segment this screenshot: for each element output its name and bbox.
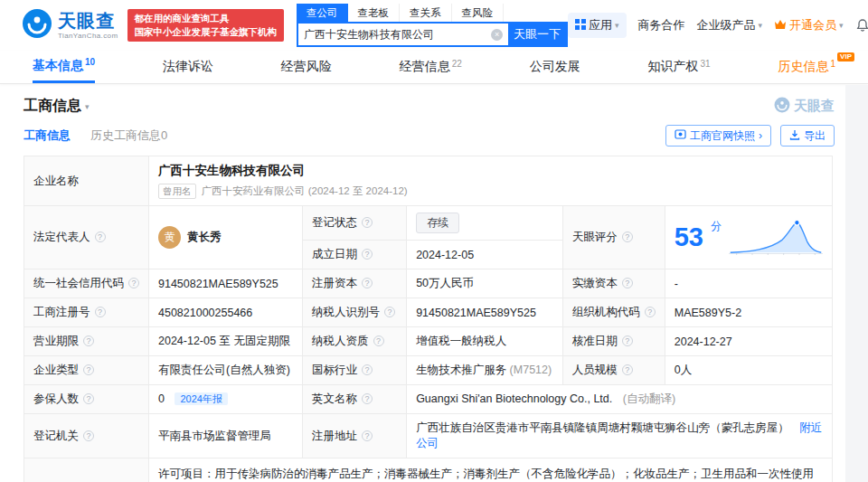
section-title: 工商信息 ▾ — [24, 97, 90, 116]
score-label: 天眼评分 — [572, 231, 618, 243]
staff-size-value: 0人 — [675, 364, 692, 376]
industry-code: (M7512) — [506, 364, 552, 376]
section-header: 工商信息 ▾ 天眼查 — [13, 90, 844, 119]
credit-code-label: 统一社会信用代码 — [33, 277, 124, 289]
help-icon[interactable]: ? — [83, 430, 94, 441]
taxpayer-id-value: 91450821MAE589Y525 — [416, 307, 536, 319]
help-icon[interactable]: ? — [622, 364, 633, 375]
export-button[interactable]: 导出 — [780, 125, 835, 146]
help-icon[interactable]: ? — [83, 364, 94, 375]
business-info-table: 企业名称 广西十安生物科技有限公司 曾用名 广西十安药业有限公司 (2024-1… — [24, 156, 833, 482]
table-row: 法定代表人? 黄 黄长秀 登记状态? 存续 天眼评分? 53 分 — [24, 206, 833, 241]
tab-history-info[interactable]: 历史信息1VIP — [778, 51, 835, 83]
help-icon[interactable]: ? — [83, 336, 94, 346]
table-row: 参保人数? 0 2024年报 英文名称? Guangxi Shi'an Biot… — [24, 385, 833, 414]
insured-label: 参保人数 — [33, 392, 79, 405]
established-label: 成立日期 — [312, 248, 357, 260]
authority-label: 登记机关 — [33, 430, 79, 442]
org-code-value: MAE589Y5-2 — [675, 307, 741, 319]
clear-icon[interactable]: × — [491, 29, 503, 41]
tab-business-info[interactable]: 经营信息22 — [400, 51, 462, 83]
search-tab-boss[interactable]: 查老板 — [348, 4, 401, 22]
vip-label: 开通会员 — [789, 17, 836, 33]
chevron-down-icon: ▾ — [759, 21, 763, 30]
enterprise-label: 企业级产品 — [697, 17, 756, 33]
enterprise-menu[interactable]: 企业级产品 ▾ — [697, 17, 763, 33]
tab-company-development[interactable]: 公司发展 — [530, 51, 580, 83]
legal-rep-avatar[interactable]: 黄 — [158, 226, 181, 249]
brand-name: 天眼查 — [58, 12, 118, 30]
tab-basic-info[interactable]: 基本信息10 — [33, 51, 95, 83]
subtab-business-info[interactable]: 工商信息 — [24, 128, 71, 144]
search-input[interactable] — [298, 28, 491, 41]
search-tab-relation[interactable]: 查关系 — [400, 4, 452, 22]
search-tab-risk[interactable]: 查风险 — [452, 4, 505, 22]
english-name-label: 英文名称 — [312, 392, 357, 405]
credit-code-value: 91450821MAE589Y525 — [158, 278, 278, 290]
search-tabs: 查公司 查老板 查关系 查风险 — [297, 4, 568, 22]
help-icon[interactable]: ? — [83, 393, 94, 404]
tab-legal-proceedings[interactable]: 法律诉讼 — [163, 51, 213, 83]
help-icon[interactable]: ? — [362, 393, 373, 404]
chevron-down-icon[interactable]: ▾ — [85, 102, 90, 111]
taxpayer-quality-label: 纳税人资质 — [312, 335, 369, 347]
cooperation-link[interactable]: 商务合作 — [638, 17, 685, 33]
notification-bell-icon[interactable] — [855, 18, 868, 33]
reg-no-value: 450821000255466 — [158, 307, 252, 319]
cooperation-label: 商务合作 — [638, 17, 685, 33]
former-name-link[interactable]: 广西十安药业有限公司 (2024-12 至 2024-12) — [202, 184, 408, 198]
english-name-value: Guangxi Shi'an Biotechnology Co., Ltd. — [416, 392, 612, 405]
paid-capital-label: 实缴资本 — [572, 277, 618, 289]
tab-intellectual-property[interactable]: 知识产权31 — [647, 51, 710, 83]
brand-domain: TianYanCha.com — [58, 33, 118, 40]
table-row: 企业类型? 有限责任公司(自然人独资) 国标行业? 生物技术推广服务 (M751… — [24, 356, 833, 385]
taxpayer-quality-value: 增值税一般纳税人 — [416, 335, 506, 347]
legal-rep-name[interactable]: 黄长秀 — [187, 230, 222, 245]
vip-menu[interactable]: 开通会员 ▾ — [774, 17, 844, 33]
help-icon[interactable]: ? — [362, 217, 373, 228]
company-name-label: 企业名称 — [33, 175, 79, 187]
help-icon[interactable]: ? — [95, 232, 106, 242]
subtab-history-business-info[interactable]: 历史工商信息0 — [90, 128, 167, 144]
page-gutter — [845, 85, 868, 482]
english-name-note: (自动翻译) — [623, 392, 675, 405]
tab-operating-risk[interactable]: 经营风险 — [281, 51, 332, 83]
help-icon[interactable]: ? — [384, 307, 395, 317]
taxpayer-id-label: 纳税人识别号 — [312, 306, 380, 318]
score-curve-chart — [729, 216, 823, 259]
apps-menu[interactable]: 应用 ▾ — [568, 13, 627, 38]
annual-report-badge[interactable]: 2024年报 — [175, 392, 227, 405]
search-button[interactable]: 天眼一下 — [508, 24, 566, 45]
org-code-label: 组织机构代码 — [572, 306, 640, 318]
top-header: 天眼查 TianYanCha.com 都在用的商业查询工具 国家中小企业发展子基… — [0, 0, 868, 51]
help-icon[interactable]: ? — [622, 232, 633, 242]
help-icon[interactable]: ? — [362, 249, 373, 260]
help-icon[interactable]: ? — [362, 430, 373, 441]
promo-banner: 都在用的商业查询工具 国家中小企业发展子基金旗下机构 — [127, 9, 285, 42]
search-box: × 天眼一下 — [297, 22, 568, 47]
apps-label: 应用 — [589, 17, 612, 33]
tianyan-score[interactable]: 53 分 — [675, 216, 823, 259]
help-icon[interactable]: ? — [362, 364, 373, 375]
help-icon[interactable]: ? — [645, 307, 656, 317]
legal-rep-label: 法定代表人 — [33, 231, 90, 243]
help-icon[interactable]: ? — [622, 336, 633, 346]
help-icon[interactable]: ? — [373, 336, 384, 346]
tianyancha-logo[interactable]: 天眼查 TianYanCha.com — [22, 8, 118, 43]
official-snapshot-button[interactable]: 工商官网快照 › — [665, 125, 771, 146]
arrow-right-icon: › — [759, 129, 762, 142]
help-icon[interactable]: ? — [95, 307, 106, 317]
business-scope-value: 许可项目：用于传染病防治的消毒产品生产；消毒器械生产；消毒剂生产（不含危险化学品… — [158, 468, 814, 482]
industry-label: 国标行业 — [312, 364, 357, 376]
search-tab-company[interactable]: 查公司 — [297, 4, 348, 22]
term-value: 2024-12-05 至 无固定期限 — [158, 335, 290, 347]
help-icon[interactable]: ? — [128, 278, 139, 288]
table-row: 统一社会信用代码? 91450821MAE589Y525 注册资本? 50万人民… — [24, 269, 833, 298]
address-label: 注册地址 — [312, 430, 357, 442]
company-name[interactable]: 广西十安生物科技有限公司 — [158, 163, 823, 179]
download-icon — [789, 129, 800, 143]
industry-value: 生物技术推广服务 — [416, 364, 506, 376]
help-icon[interactable]: ? — [622, 278, 633, 288]
help-icon[interactable]: ? — [362, 278, 373, 288]
term-label: 营业期限 — [33, 335, 79, 347]
